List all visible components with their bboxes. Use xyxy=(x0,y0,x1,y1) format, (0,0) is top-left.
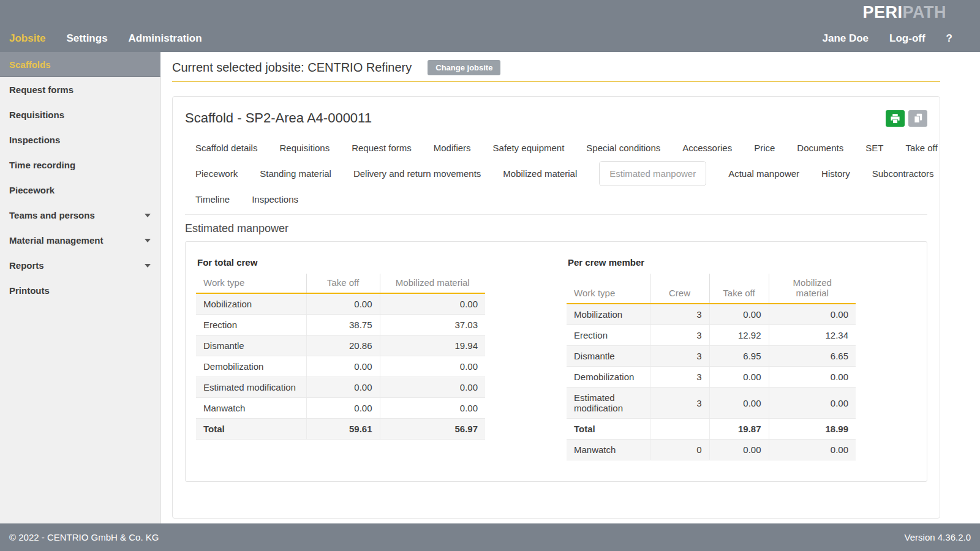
tab-actual-manpower[interactable]: Actual manpower xyxy=(728,168,799,179)
tab-subcontractors[interactable]: Subcontractors xyxy=(872,168,934,179)
table-row-demobilization: Demobilization30.000.00 xyxy=(567,367,856,388)
cell-dismantle-work-type: Dismantle xyxy=(196,335,306,356)
table-row-mobilization: Mobilization0.000.00 xyxy=(196,293,485,315)
sidebar-item-request-forms[interactable]: Request forms xyxy=(0,77,160,102)
tab-inspections[interactable]: Inspections xyxy=(252,194,298,204)
cell-demobilization-take-off: 0.00 xyxy=(709,367,769,388)
cell-total-work-type: Total xyxy=(196,419,306,440)
cell-total-mobilized-material: 56.97 xyxy=(380,419,485,440)
tab-requisitions[interactable]: Requisitions xyxy=(279,143,330,153)
tab-set[interactable]: SET xyxy=(865,143,883,153)
jobsite-header-divider xyxy=(172,81,940,82)
sidebar-item-inspections[interactable]: Inspections xyxy=(0,127,160,152)
sidebar-item-printouts[interactable]: Printouts xyxy=(0,278,160,303)
sidebar-item-requisitions[interactable]: Requisitions xyxy=(0,102,160,127)
scaffold-card-header: Scaffold - SP2-Area A4-000011 xyxy=(185,107,927,127)
menu-item-log-off[interactable]: Log-off xyxy=(889,32,925,45)
tab-special-conditions[interactable]: Special conditions xyxy=(586,143,660,153)
menu-item-help[interactable]: ? xyxy=(946,32,952,45)
change-jobsite-button[interactable]: Change jobsite xyxy=(428,60,500,75)
menu-item-jobsite[interactable]: Jobsite xyxy=(9,32,46,45)
sidebar-item-scaffolds[interactable]: Scaffolds xyxy=(0,52,160,77)
jobsite-header-row: Current selected jobsite: CENTRIO Refine… xyxy=(172,52,940,75)
sidebar-item-label: Printouts xyxy=(9,278,50,303)
tab-accessories[interactable]: Accessories xyxy=(682,143,732,153)
tab-piecework[interactable]: Piecework xyxy=(195,168,238,179)
cell-dismantle-mobilized-material: 6.65 xyxy=(769,346,856,367)
cell-demobilization-work-type: Demobilization xyxy=(196,356,306,377)
table-row-total: Total59.6156.97 xyxy=(196,419,485,440)
cell-total-crew xyxy=(650,419,709,440)
tab-history[interactable]: History xyxy=(821,168,850,179)
cell-estimated-modification-mobilized-material: 0.00 xyxy=(769,388,856,419)
menu-item-jane-doe[interactable]: Jane Doe xyxy=(822,32,869,45)
column-header-take-off: Take off xyxy=(306,274,380,293)
table-row-mobilization: Mobilization30.000.00 xyxy=(567,304,856,325)
tab-delivery-and-return-movements[interactable]: Delivery and return movements xyxy=(353,168,481,179)
tab-mobilized-material[interactable]: Mobilized material xyxy=(503,168,577,179)
cell-erection-work-type: Erection xyxy=(567,325,650,346)
tab-documents[interactable]: Documents xyxy=(797,143,843,153)
tab-take-off[interactable]: Take off xyxy=(905,143,937,153)
per-crew-member-table-container: Per crew member Work typeCrewTake offMob… xyxy=(567,252,856,471)
menu-item-administration[interactable]: Administration xyxy=(129,32,202,45)
peripath-app: PERIPATH JobsiteSettingsAdministration J… xyxy=(0,0,980,551)
per-crew-member-table: Work typeCrewTake offMobilized materialM… xyxy=(567,274,856,460)
print-button[interactable] xyxy=(886,110,905,127)
cell-total-take-off: 19.87 xyxy=(709,419,769,440)
cell-manwatch-work-type: Manwatch xyxy=(196,398,306,419)
tab-row: PieceworkStanding materialDelivery and r… xyxy=(185,160,927,186)
total-crew-table-title: For total crew xyxy=(197,257,485,268)
sidebar-item-material-management[interactable]: Material management xyxy=(0,228,160,253)
scaffold-title: Scaffold - SP2-Area A4-000011 xyxy=(185,110,372,126)
sidebar-nav: ScaffoldsRequest formsRequisitionsInspec… xyxy=(0,52,160,523)
section-title: Estimated manpower xyxy=(185,222,927,235)
copy-button[interactable] xyxy=(908,110,927,127)
sidebar-item-label: Request forms xyxy=(9,77,74,102)
cell-dismantle-crew: 3 xyxy=(650,346,709,367)
cell-erection-work-type: Erection xyxy=(196,315,306,335)
tab-standing-material[interactable]: Standing material xyxy=(260,168,331,179)
sidebar-item-label: Teams and persons xyxy=(9,203,95,228)
main-menu-left: JobsiteSettingsAdministration xyxy=(9,32,202,45)
sidebar-item-piecework[interactable]: Piecework xyxy=(0,178,160,203)
table-header-row: Work typeTake offMobilized material xyxy=(196,274,485,293)
cell-dismantle-take-off: 20.86 xyxy=(306,335,380,356)
tab-modifiers[interactable]: Modifiers xyxy=(434,143,471,153)
sidebar-item-label: Requisitions xyxy=(9,102,64,127)
cell-demobilization-crew: 3 xyxy=(650,367,709,388)
cell-demobilization-mobilized-material: 0.00 xyxy=(769,367,856,388)
tab-request-forms[interactable]: Request forms xyxy=(352,143,412,153)
cell-manwatch-work-type: Manwatch xyxy=(567,440,650,460)
table-row-manwatch: Manwatch00.000.00 xyxy=(567,440,856,460)
cell-mobilization-take-off: 0.00 xyxy=(306,293,380,315)
cell-erection-take-off: 12.92 xyxy=(709,325,769,346)
tab-row: Scaffold detailsRequisitionsRequest form… xyxy=(185,135,927,160)
copy-icon xyxy=(913,113,923,124)
cell-total-mobilized-material: 18.99 xyxy=(769,419,856,440)
table-row-manwatch: Manwatch0.000.00 xyxy=(196,398,485,419)
cell-total-take-off: 59.61 xyxy=(306,419,380,440)
cell-estimated-modification-crew: 3 xyxy=(650,388,709,419)
body-row: ScaffoldsRequest formsRequisitionsInspec… xyxy=(0,52,980,523)
tab-price[interactable]: Price xyxy=(754,143,775,153)
sidebar-item-label: Time recording xyxy=(9,152,75,178)
menu-item-settings[interactable]: Settings xyxy=(67,32,108,45)
scaffold-card: Scaffold - SP2-Area A4-000011 xyxy=(172,96,940,519)
tab-timeline[interactable]: Timeline xyxy=(195,194,230,204)
column-header-crew: Crew xyxy=(650,274,709,304)
sidebar-item-teams-and-persons[interactable]: Teams and persons xyxy=(0,203,160,228)
column-header-work-type: Work type xyxy=(196,274,306,293)
column-header-mobilized-material: Mobilized material xyxy=(380,274,485,293)
scaffold-tabs: Scaffold detailsRequisitionsRequest form… xyxy=(185,135,927,212)
cell-demobilization-mobilized-material: 0.00 xyxy=(380,356,485,377)
print-icon xyxy=(890,114,900,124)
tab-estimated-manpower[interactable]: Estimated manpower xyxy=(599,161,706,186)
sidebar-item-time-recording[interactable]: Time recording xyxy=(0,152,160,178)
chevron-down-icon xyxy=(145,264,151,268)
cell-estimated-modification-take-off: 0.00 xyxy=(709,388,769,419)
current-jobsite-label: Current selected jobsite: CENTRIO Refine… xyxy=(172,61,412,75)
tab-scaffold-details[interactable]: Scaffold details xyxy=(195,143,257,153)
sidebar-item-reports[interactable]: Reports xyxy=(0,253,160,278)
tab-safety-equipment[interactable]: Safety equipment xyxy=(493,143,565,153)
